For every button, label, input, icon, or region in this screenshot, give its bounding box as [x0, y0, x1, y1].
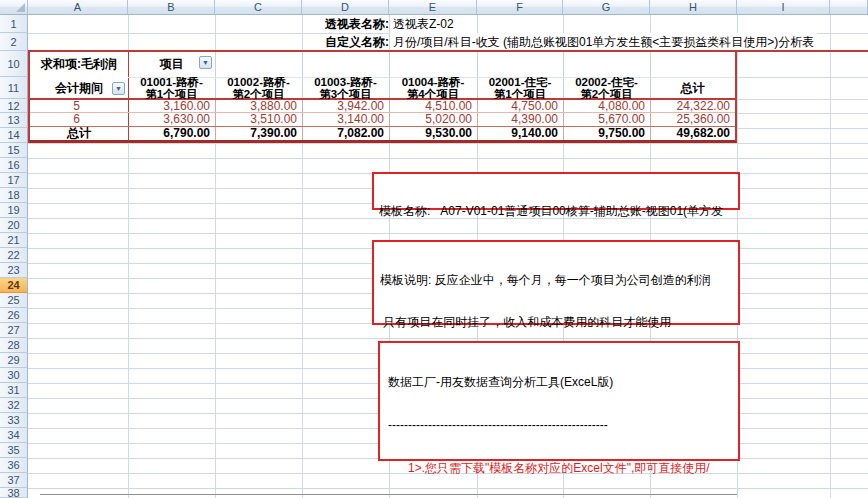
row-header-14[interactable]: 14 — [0, 128, 28, 143]
row-total-cell[interactable]: 24,322.00 — [650, 99, 735, 112]
header-line: 01003-路桥- — [314, 77, 377, 88]
total-cell[interactable]: 9,750.00 — [563, 126, 650, 140]
grand-total-cell[interactable]: 49,682.00 — [650, 126, 735, 140]
pivot-table[interactable]: 求和项:毛利润 项目 会计期间 01001-路桥-第1个项目 01002-路桥-… — [28, 52, 737, 143]
value-cell[interactable]: 5,020.00 — [389, 112, 477, 126]
pivot-col-header[interactable]: 01003-路桥-第3个项目 — [302, 77, 389, 99]
empty-cell[interactable] — [302, 52, 389, 77]
column-header-partial[interactable] — [830, 0, 868, 15]
empty-cell[interactable] — [389, 52, 477, 77]
header-line: 02002-住宅- — [575, 77, 638, 88]
pivot-col-header[interactable]: 01002-路桥-第2个项目 — [215, 77, 302, 99]
column-header-g[interactable]: G — [563, 0, 650, 15]
row-header-25[interactable]: 25 — [0, 293, 28, 308]
pivot-col-header[interactable]: 02001-住宅-第1个项目 — [477, 77, 563, 99]
row-header-29[interactable]: 29 — [0, 353, 28, 368]
row-header-2[interactable]: 2 — [0, 33, 28, 51]
row-header-35[interactable]: 35 — [0, 443, 28, 458]
pivot-col-header[interactable]: 01001-路桥-第1个项目 — [128, 77, 215, 99]
note-line: 数据工厂-用友数据查询分析工具(ExceL版) — [388, 375, 730, 390]
row-header-28[interactable]: 28 — [0, 338, 28, 353]
row-header-12[interactable]: 12 — [0, 99, 28, 113]
custom-name-label: 自定义名称: — [202, 33, 389, 51]
value-cell[interactable]: 3,880.00 — [215, 99, 302, 112]
row-header-33[interactable]: 33 — [0, 413, 28, 428]
note-divider-line: ----------------------------------------… — [388, 418, 730, 433]
row-header-10[interactable]: 10 — [0, 51, 28, 77]
header-line: 02001-住宅- — [489, 77, 552, 88]
period-cell[interactable]: 6 — [30, 112, 128, 126]
column-header-h[interactable]: H — [650, 0, 737, 15]
header-line: 01001-路桥- — [140, 77, 203, 88]
row-header-27[interactable]: 27 — [0, 323, 28, 338]
value-cell[interactable]: 4,390.00 — [477, 112, 563, 126]
row-header-24-selected[interactable]: 24 — [0, 278, 28, 293]
select-all-corner[interactable] — [0, 0, 28, 15]
column-header-f[interactable]: F — [477, 0, 563, 15]
column-header-e[interactable]: E — [389, 0, 477, 15]
row-header-21[interactable]: 21 — [0, 233, 28, 248]
dropdown-arrow-icon: ▼ — [202, 59, 209, 66]
row-header-18[interactable]: 18 — [0, 188, 28, 203]
column-header-b[interactable]: B — [128, 0, 215, 15]
total-cell[interactable]: 6,790.00 — [128, 126, 215, 140]
row-header-38[interactable]: 38 — [0, 488, 28, 498]
pivot-name-value[interactable]: 透视表Z-02 — [390, 15, 457, 33]
row-header-19[interactable]: 19 — [0, 203, 28, 218]
row-header-16[interactable]: 16 — [0, 158, 28, 173]
sheet-grid[interactable]: 透视表名称: 透视表Z-02 自定义名称: 月份/项目/科目-收支 (辅助总账视… — [28, 15, 868, 498]
row-header-15[interactable]: 15 — [0, 143, 28, 158]
row-header-23[interactable]: 23 — [0, 263, 28, 278]
row-header-31[interactable]: 31 — [0, 383, 28, 398]
value-cell[interactable]: 3,140.00 — [302, 112, 389, 126]
row-header-20[interactable]: 20 — [0, 218, 28, 233]
note-line: 模板说明: 反应企业中，每个月，每一个项目为公司创造的利润 — [380, 273, 732, 287]
value-cell[interactable]: 5,670.00 — [563, 112, 650, 126]
empty-cell[interactable] — [215, 52, 302, 77]
tool-info-textbox[interactable]: 数据工厂-用友数据查询分析工具(ExceL版) ----------------… — [378, 341, 740, 461]
pivot-grid: 求和项:毛利润 项目 会计期间 01001-路桥-第1个项目 01002-路桥-… — [30, 52, 735, 140]
value-cell[interactable]: 4,750.00 — [477, 99, 563, 112]
empty-cell[interactable] — [563, 52, 650, 77]
empty-cell[interactable] — [477, 52, 563, 77]
value-cell[interactable]: 3,942.00 — [302, 99, 389, 112]
template-description-textbox[interactable]: 模板说明: 反应企业中，每个月，每一个项目为公司创造的利润 只有项目在同时挂了，… — [372, 240, 740, 325]
column-header-i[interactable]: I — [737, 0, 830, 15]
note-line-red: 1>.您只需下载"模板名称对应的Excel文件",即可直接使用/ — [388, 461, 730, 476]
column-header-c[interactable]: C — [215, 0, 302, 15]
total-cell[interactable]: 7,390.00 — [215, 126, 302, 140]
row-field-filter-button[interactable]: ▼ — [112, 82, 125, 95]
row-total-cell[interactable]: 25,360.00 — [650, 112, 735, 126]
value-cell[interactable]: 3,160.00 — [128, 99, 215, 112]
template-name-textbox[interactable]: 模板名称: A07-V01-01普通项目00核算-辅助总账-视图01(单方发 生… — [372, 172, 740, 210]
row-header-34[interactable]: 34 — [0, 428, 28, 443]
row-header-11[interactable]: 11 — [0, 77, 28, 99]
value-cell[interactable]: 4,510.00 — [389, 99, 477, 112]
header-line: 第3个项目 — [319, 88, 371, 99]
row-header-36[interactable]: 36 — [0, 458, 28, 473]
custom-name-value[interactable]: 月份/项目/科目-收支 (辅助总账视图01单方发生额<主要损益类科目使用>)分析… — [390, 33, 817, 51]
pivot-col-header[interactable]: 02002-住宅-第2个项目 — [563, 77, 650, 99]
total-cell[interactable]: 7,082.00 — [302, 126, 389, 140]
value-cell[interactable]: 3,630.00 — [128, 112, 215, 126]
column-header-d[interactable]: D — [302, 0, 389, 15]
row-header-17[interactable]: 17 — [0, 173, 28, 188]
row-header-13[interactable]: 13 — [0, 113, 28, 128]
total-cell[interactable]: 9,140.00 — [477, 126, 563, 140]
value-cell[interactable]: 4,080.00 — [563, 99, 650, 112]
column-field-filter-button[interactable]: ▼ — [199, 56, 212, 69]
row-header-30[interactable]: 30 — [0, 368, 28, 383]
value-cell[interactable]: 3,510.00 — [215, 112, 302, 126]
total-cell[interactable]: 9,530.00 — [389, 126, 477, 140]
pivot-col-header[interactable]: 01004-路桥-第4个项目 — [389, 77, 477, 99]
pivot-grand-total-header[interactable]: 总计 — [650, 77, 735, 99]
row-header-26[interactable]: 26 — [0, 308, 28, 323]
period-cell[interactable]: 5 — [30, 99, 128, 112]
row-header-32[interactable]: 32 — [0, 398, 28, 413]
empty-cell[interactable] — [650, 52, 735, 77]
row-header-1[interactable]: 1 — [0, 15, 28, 33]
column-header-a[interactable]: A — [28, 0, 128, 15]
pivot-measure-cell[interactable]: 求和项:毛利润 — [30, 52, 128, 77]
grand-total-row-label[interactable]: 总计 — [30, 126, 128, 140]
row-header-22[interactable]: 22 — [0, 248, 28, 263]
